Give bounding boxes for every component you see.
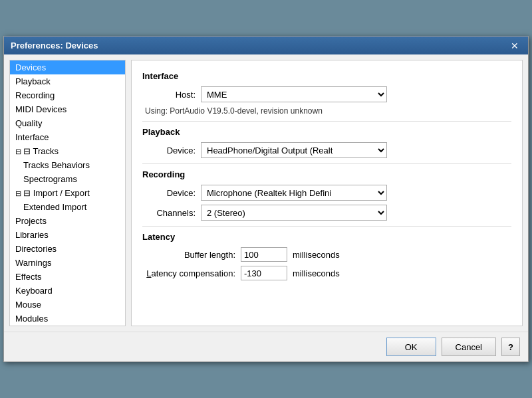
- host-row: Host: MME: [142, 86, 511, 102]
- sidebar-item-projects[interactable]: Projects: [10, 214, 125, 228]
- host-label: Host:: [142, 90, 196, 100]
- interface-section-title: Interface: [142, 71, 511, 81]
- ok-button[interactable]: OK: [386, 338, 436, 356]
- sidebar-item-recording[interactable]: Recording: [10, 88, 125, 102]
- sidebar-item-import-export[interactable]: ⊟ Import / Export: [10, 186, 125, 200]
- sidebar: DevicesPlaybackRecordingMIDI DevicesQual…: [9, 60, 126, 326]
- content-panel: Interface Host: MME Using: PortAudio V19…: [131, 60, 523, 326]
- sidebar-item-extended-import[interactable]: Extended Import: [10, 200, 125, 214]
- preferences-dialog: Preferences: Devices ✕ DevicesPlaybackRe…: [3, 36, 529, 362]
- playback-device-select[interactable]: HeadPhone/Digital Output (Realt: [201, 142, 387, 158]
- channels-select[interactable]: 2 (Stereo): [201, 205, 387, 221]
- title-bar: Preferences: Devices ✕: [4, 37, 528, 54]
- latency-comp-input[interactable]: [241, 266, 287, 280]
- sidebar-item-devices[interactable]: Devices: [10, 60, 125, 74]
- dialog-title: Preferences: Devices: [11, 41, 98, 50]
- sidebar-item-warnings[interactable]: Warnings: [10, 256, 125, 270]
- playback-section-title: Playback: [142, 127, 511, 137]
- sidebar-item-tracks[interactable]: ⊟ Tracks: [10, 144, 125, 158]
- close-button[interactable]: ✕: [508, 41, 521, 50]
- sidebar-item-interface[interactable]: Interface: [10, 130, 125, 144]
- recording-device-label: Device:: [142, 188, 196, 198]
- buffer-length-row: Buffer length: milliseconds: [142, 247, 511, 262]
- sidebar-item-effects[interactable]: Effects: [10, 270, 125, 284]
- sidebar-item-mouse[interactable]: Mouse: [10, 298, 125, 312]
- buffer-length-input[interactable]: [241, 247, 287, 262]
- recording-device-select[interactable]: Microphone (Realtek High Defini: [201, 185, 387, 201]
- latency-section-title: Latency: [142, 232, 511, 242]
- recording-device-row: Device: Microphone (Realtek High Defini: [142, 185, 511, 201]
- latency-comp-label: Latency compensation:: [142, 268, 235, 278]
- sidebar-item-tracks-behaviors[interactable]: Tracks Behaviors: [10, 158, 125, 172]
- divider1: [142, 121, 511, 122]
- dialog-body: DevicesPlaybackRecordingMIDI DevicesQual…: [4, 54, 528, 332]
- buffer-length-units: milliseconds: [293, 250, 340, 260]
- latency-comp-row: Latency compensation: milliseconds: [142, 266, 511, 280]
- channels-label: Channels:: [142, 208, 196, 218]
- sidebar-item-quality[interactable]: Quality: [10, 116, 125, 130]
- latency-comp-label-text: atency compensation:: [152, 268, 235, 278]
- sidebar-item-directories[interactable]: Directories: [10, 242, 125, 256]
- sidebar-item-playback[interactable]: Playback: [10, 74, 125, 88]
- sidebar-item-libraries[interactable]: Libraries: [10, 228, 125, 242]
- recording-section-title: Recording: [142, 169, 511, 179]
- divider2: [142, 163, 511, 164]
- portaudio-info: Using: PortAudio V19.5.0-devel, revision…: [142, 106, 511, 116]
- sidebar-item-modules[interactable]: Modules: [10, 312, 125, 326]
- footer: OK Cancel ?: [4, 332, 528, 361]
- sidebar-item-midi-devices[interactable]: MIDI Devices: [10, 102, 125, 116]
- host-select[interactable]: MME: [201, 86, 387, 102]
- channels-row: Channels: 2 (Stereo): [142, 205, 511, 221]
- playback-device-row: Device: HeadPhone/Digital Output (Realt: [142, 142, 511, 158]
- divider3: [142, 226, 511, 227]
- playback-device-label: Device:: [142, 146, 196, 155]
- cancel-button[interactable]: Cancel: [442, 338, 496, 356]
- sidebar-item-keyboard[interactable]: Keyboard: [10, 284, 125, 298]
- buffer-length-label: Buffer length:: [142, 250, 235, 260]
- sidebar-item-spectrograms[interactable]: Spectrograms: [10, 172, 125, 186]
- help-button[interactable]: ?: [501, 338, 520, 356]
- latency-comp-units: milliseconds: [293, 268, 340, 278]
